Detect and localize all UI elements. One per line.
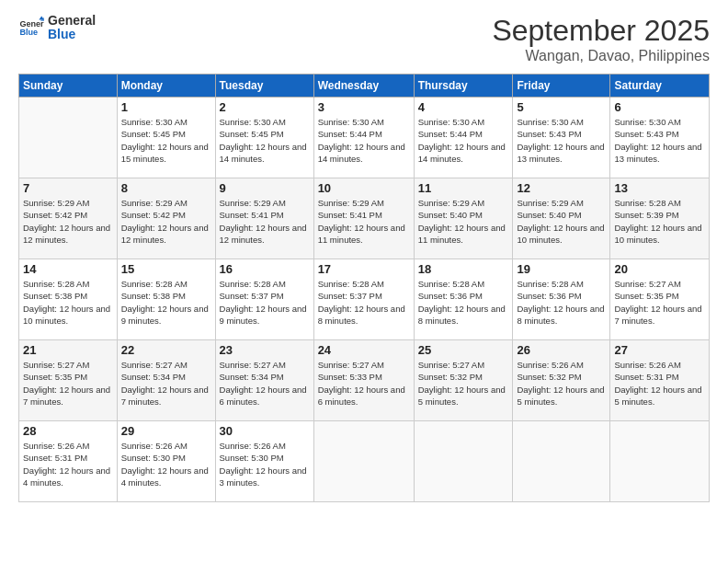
table-row: 8Sunrise: 5:29 AM Sunset: 5:42 PM Daylig… bbox=[117, 178, 215, 259]
day-info: Sunrise: 5:26 AM Sunset: 5:31 PM Dayligh… bbox=[23, 440, 113, 488]
col-wednesday: Wednesday bbox=[313, 75, 414, 98]
day-info: Sunrise: 5:28 AM Sunset: 5:36 PM Dayligh… bbox=[418, 278, 509, 327]
day-number: 28 bbox=[23, 424, 113, 438]
table-row: 6Sunrise: 5:30 AM Sunset: 5:43 PM Daylig… bbox=[610, 98, 710, 178]
day-number: 4 bbox=[418, 100, 509, 114]
table-row: 10Sunrise: 5:29 AM Sunset: 5:41 PM Dayli… bbox=[313, 178, 414, 259]
day-info: Sunrise: 5:28 AM Sunset: 5:38 PM Dayligh… bbox=[121, 278, 211, 327]
table-row: 24Sunrise: 5:27 AM Sunset: 5:33 PM Dayli… bbox=[313, 340, 414, 421]
location-subtitle: Wangan, Davao, Philippines bbox=[492, 48, 710, 64]
day-number: 21 bbox=[23, 343, 113, 357]
table-row: 1Sunrise: 5:30 AM Sunset: 5:45 PM Daylig… bbox=[117, 98, 215, 178]
col-saturday: Saturday bbox=[610, 75, 710, 98]
table-row: 25Sunrise: 5:27 AM Sunset: 5:32 PM Dayli… bbox=[414, 340, 513, 421]
day-info: Sunrise: 5:29 AM Sunset: 5:42 PM Dayligh… bbox=[23, 197, 113, 246]
day-number: 6 bbox=[614, 100, 705, 114]
table-row: 4Sunrise: 5:30 AM Sunset: 5:44 PM Daylig… bbox=[414, 98, 513, 178]
day-number: 22 bbox=[121, 343, 211, 357]
table-row: 15Sunrise: 5:28 AM Sunset: 5:38 PM Dayli… bbox=[117, 259, 215, 340]
day-number: 20 bbox=[614, 262, 705, 276]
day-info: Sunrise: 5:30 AM Sunset: 5:45 PM Dayligh… bbox=[220, 116, 310, 165]
day-info: Sunrise: 5:27 AM Sunset: 5:33 PM Dayligh… bbox=[318, 359, 410, 408]
day-info: Sunrise: 5:26 AM Sunset: 5:31 PM Dayligh… bbox=[614, 359, 705, 408]
calendar-week-row: 28Sunrise: 5:26 AM Sunset: 5:31 PM Dayli… bbox=[19, 421, 710, 502]
table-row: 11Sunrise: 5:29 AM Sunset: 5:40 PM Dayli… bbox=[414, 178, 513, 259]
table-row: 29Sunrise: 5:26 AM Sunset: 5:30 PM Dayli… bbox=[117, 421, 215, 502]
table-row: 2Sunrise: 5:30 AM Sunset: 5:45 PM Daylig… bbox=[215, 98, 313, 178]
day-number: 1 bbox=[121, 100, 211, 114]
month-title: September 2025 bbox=[492, 14, 710, 48]
day-number: 26 bbox=[517, 343, 606, 357]
logo: General Blue General Blue bbox=[18, 14, 96, 42]
day-info: Sunrise: 5:26 AM Sunset: 5:30 PM Dayligh… bbox=[220, 440, 310, 488]
day-info: Sunrise: 5:29 AM Sunset: 5:42 PM Dayligh… bbox=[121, 197, 211, 246]
day-number: 2 bbox=[220, 100, 310, 114]
day-info: Sunrise: 5:30 AM Sunset: 5:43 PM Dayligh… bbox=[517, 116, 606, 165]
table-row bbox=[19, 98, 118, 178]
table-row: 30Sunrise: 5:26 AM Sunset: 5:30 PM Dayli… bbox=[215, 421, 313, 502]
day-number: 5 bbox=[517, 100, 606, 114]
day-info: Sunrise: 5:27 AM Sunset: 5:34 PM Dayligh… bbox=[220, 359, 310, 408]
logo-icon: General Blue bbox=[18, 15, 44, 40]
logo-line1: General bbox=[48, 14, 96, 28]
day-info: Sunrise: 5:27 AM Sunset: 5:34 PM Dayligh… bbox=[121, 359, 211, 408]
day-number: 17 bbox=[318, 262, 410, 276]
day-info: Sunrise: 5:28 AM Sunset: 5:36 PM Dayligh… bbox=[517, 278, 606, 327]
day-info: Sunrise: 5:26 AM Sunset: 5:30 PM Dayligh… bbox=[121, 440, 211, 488]
calendar-week-row: 21Sunrise: 5:27 AM Sunset: 5:35 PM Dayli… bbox=[19, 340, 710, 421]
calendar-week-row: 14Sunrise: 5:28 AM Sunset: 5:38 PM Dayli… bbox=[19, 259, 710, 340]
svg-text:Blue: Blue bbox=[19, 29, 38, 38]
day-number: 10 bbox=[318, 181, 410, 195]
table-row: 20Sunrise: 5:27 AM Sunset: 5:35 PM Dayli… bbox=[610, 259, 710, 340]
day-info: Sunrise: 5:30 AM Sunset: 5:43 PM Dayligh… bbox=[614, 116, 705, 165]
day-info: Sunrise: 5:28 AM Sunset: 5:38 PM Dayligh… bbox=[23, 278, 113, 327]
table-row: 5Sunrise: 5:30 AM Sunset: 5:43 PM Daylig… bbox=[513, 98, 610, 178]
table-row: 18Sunrise: 5:28 AM Sunset: 5:36 PM Dayli… bbox=[414, 259, 513, 340]
calendar-week-row: 7Sunrise: 5:29 AM Sunset: 5:42 PM Daylig… bbox=[19, 178, 710, 259]
day-number: 14 bbox=[23, 262, 113, 276]
day-info: Sunrise: 5:28 AM Sunset: 5:37 PM Dayligh… bbox=[318, 278, 410, 327]
day-info: Sunrise: 5:27 AM Sunset: 5:32 PM Dayligh… bbox=[418, 359, 509, 408]
svg-text:General: General bbox=[19, 19, 44, 29]
day-number: 30 bbox=[220, 424, 310, 438]
col-tuesday: Tuesday bbox=[215, 75, 313, 98]
title-block: September 2025 Wangan, Davao, Philippine… bbox=[492, 14, 710, 64]
table-row bbox=[610, 421, 710, 502]
table-row: 26Sunrise: 5:26 AM Sunset: 5:32 PM Dayli… bbox=[513, 340, 610, 421]
col-thursday: Thursday bbox=[414, 75, 513, 98]
table-row: 16Sunrise: 5:28 AM Sunset: 5:37 PM Dayli… bbox=[215, 259, 313, 340]
table-row: 17Sunrise: 5:28 AM Sunset: 5:37 PM Dayli… bbox=[313, 259, 414, 340]
day-info: Sunrise: 5:27 AM Sunset: 5:35 PM Dayligh… bbox=[23, 359, 113, 408]
day-number: 13 bbox=[614, 181, 705, 195]
table-row: 3Sunrise: 5:30 AM Sunset: 5:44 PM Daylig… bbox=[313, 98, 414, 178]
day-number: 12 bbox=[517, 181, 606, 195]
logo-line2: Blue bbox=[48, 28, 96, 41]
table-row: 9Sunrise: 5:29 AM Sunset: 5:41 PM Daylig… bbox=[215, 178, 313, 259]
calendar-week-row: 1Sunrise: 5:30 AM Sunset: 5:45 PM Daylig… bbox=[19, 98, 710, 178]
day-number: 29 bbox=[121, 424, 211, 438]
day-number: 9 bbox=[220, 181, 310, 195]
table-row bbox=[513, 421, 610, 502]
table-row: 19Sunrise: 5:28 AM Sunset: 5:36 PM Dayli… bbox=[513, 259, 610, 340]
day-number: 15 bbox=[121, 262, 211, 276]
table-row: 7Sunrise: 5:29 AM Sunset: 5:42 PM Daylig… bbox=[19, 178, 118, 259]
table-row: 27Sunrise: 5:26 AM Sunset: 5:31 PM Dayli… bbox=[610, 340, 710, 421]
day-info: Sunrise: 5:28 AM Sunset: 5:39 PM Dayligh… bbox=[614, 197, 705, 246]
calendar-table: Sunday Monday Tuesday Wednesday Thursday… bbox=[18, 74, 710, 502]
col-monday: Monday bbox=[117, 75, 215, 98]
day-number: 24 bbox=[318, 343, 410, 357]
col-sunday: Sunday bbox=[19, 75, 118, 98]
page-header: General Blue General Blue September 2025… bbox=[18, 14, 710, 64]
day-number: 11 bbox=[418, 181, 509, 195]
calendar-header-row: Sunday Monday Tuesday Wednesday Thursday… bbox=[19, 75, 710, 98]
day-number: 25 bbox=[418, 343, 509, 357]
table-row: 12Sunrise: 5:29 AM Sunset: 5:40 PM Dayli… bbox=[513, 178, 610, 259]
table-row bbox=[313, 421, 414, 502]
day-info: Sunrise: 5:26 AM Sunset: 5:32 PM Dayligh… bbox=[517, 359, 606, 408]
table-row: 13Sunrise: 5:28 AM Sunset: 5:39 PM Dayli… bbox=[610, 178, 710, 259]
day-info: Sunrise: 5:29 AM Sunset: 5:40 PM Dayligh… bbox=[418, 197, 509, 246]
table-row: 22Sunrise: 5:27 AM Sunset: 5:34 PM Dayli… bbox=[117, 340, 215, 421]
table-row: 21Sunrise: 5:27 AM Sunset: 5:35 PM Dayli… bbox=[19, 340, 118, 421]
table-row bbox=[414, 421, 513, 502]
day-number: 27 bbox=[614, 343, 705, 357]
